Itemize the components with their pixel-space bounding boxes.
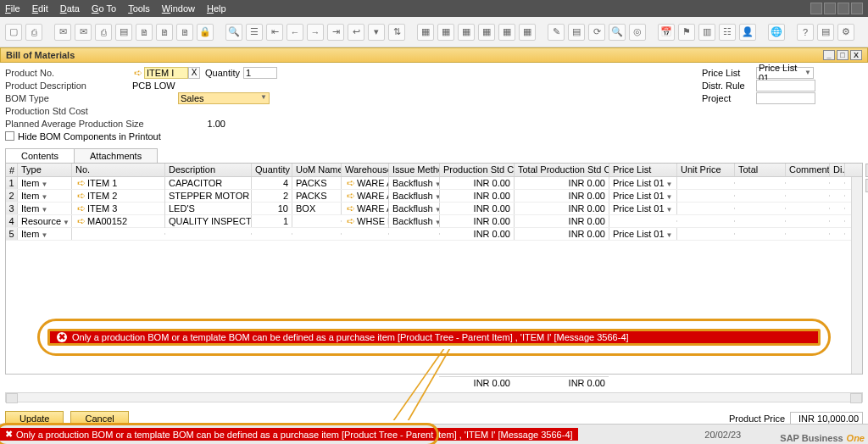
mail-icon[interactable]: ✉ xyxy=(54,24,71,41)
menu-help[interactable]: Help xyxy=(207,3,226,14)
cell-type[interactable]: Item▼ xyxy=(18,203,72,214)
table-row[interactable]: 3Item▼➪ITEM 3LED'S10BOX➪WARE ABackflush▼… xyxy=(6,203,862,215)
app-minimize-icon[interactable] xyxy=(824,3,836,14)
cell-prod-std-cost[interactable]: INR 0.00 xyxy=(440,177,515,189)
cell-price-list[interactable]: Price List 01▼ xyxy=(609,190,677,202)
tab-attachments[interactable]: Attachments xyxy=(74,148,158,164)
calendar-icon[interactable]: 📅 xyxy=(658,24,675,41)
layout-c-icon[interactable]: ▦ xyxy=(458,24,475,41)
cell-total-prod-std-cost[interactable]: INR 0.00 xyxy=(515,228,609,240)
cell-uom[interactable]: PACKS xyxy=(292,190,342,202)
link-arrow-icon[interactable]: ➪ xyxy=(132,67,144,79)
user-icon[interactable]: 👤 xyxy=(739,24,756,41)
nav-last-icon[interactable]: ⇥ xyxy=(327,24,344,41)
vertical-scrollbar[interactable] xyxy=(851,177,862,374)
col-di[interactable]: Di... xyxy=(830,164,845,176)
cell-di[interactable] xyxy=(830,195,845,197)
price-list-select[interactable]: Price List 01 ▼ xyxy=(756,67,814,79)
cell-comments[interactable] xyxy=(786,208,830,209)
cell-total[interactable] xyxy=(735,182,786,184)
menu-data[interactable]: Data xyxy=(60,3,80,14)
cell-total-prod-std-cost[interactable]: INR 0.00 xyxy=(515,215,609,227)
col-no[interactable]: No. xyxy=(72,164,165,176)
cell-description[interactable]: QUALITY INSPECTOR xyxy=(165,215,252,227)
cell-comments[interactable] xyxy=(786,220,830,222)
target-icon[interactable]: ◎ xyxy=(629,24,646,41)
menu-tools[interactable]: Tools xyxy=(128,3,150,14)
cell-warehouse[interactable]: ➪WHSE D xyxy=(342,214,389,228)
cell-price-list[interactable] xyxy=(609,220,677,222)
cell-total-prod-std-cost[interactable]: INR 0.00 xyxy=(515,190,609,202)
cell-uom[interactable]: PACKS xyxy=(292,177,342,189)
col-unit-price[interactable]: Unit Price xyxy=(677,164,735,176)
cell-quantity[interactable]: 1 xyxy=(252,215,292,227)
cell-warehouse[interactable]: ➪WARE A xyxy=(342,189,389,203)
cell-comments[interactable] xyxy=(786,195,830,197)
col-total-prod-std-cost[interactable]: Total Production Std Cost xyxy=(515,164,609,176)
quantity-input[interactable]: 1 xyxy=(243,67,277,79)
list-icon[interactable]: ☰ xyxy=(246,24,263,41)
cell-price-list[interactable]: Price List 01▼ xyxy=(609,228,677,240)
cell-description[interactable]: LED'S xyxy=(165,203,252,214)
cell-total[interactable] xyxy=(735,233,786,235)
print-preview-icon[interactable]: ▤ xyxy=(115,24,132,41)
horizontal-scrollbar[interactable] xyxy=(5,392,863,402)
layout-f-icon[interactable]: ▦ xyxy=(519,24,536,41)
form-settings-icon[interactable]: ▤ xyxy=(568,24,585,41)
cell-no[interactable]: ➪MA00152 xyxy=(72,214,165,228)
project-input[interactable] xyxy=(756,92,815,104)
hide-bom-checkbox[interactable] xyxy=(5,131,14,141)
export-icon[interactable]: 🗎 xyxy=(156,24,173,41)
cell-description[interactable]: CAPACITOR xyxy=(165,177,252,189)
cell-issue-method[interactable]: Backflush▼ xyxy=(389,177,440,189)
cell-total[interactable] xyxy=(735,208,786,209)
page-icon[interactable]: 🗎 xyxy=(136,24,153,41)
cell-total-prod-std-cost[interactable]: INR 0.00 xyxy=(515,203,609,214)
cell-unit-price[interactable] xyxy=(677,233,735,235)
cell-warehouse[interactable]: ➪WARE A xyxy=(342,176,389,190)
cell-no[interactable]: ➪ITEM 2 xyxy=(72,189,165,203)
printer-icon[interactable]: ⎙ xyxy=(95,24,112,41)
wizard-icon[interactable]: ▤ xyxy=(817,24,834,41)
cell-total[interactable] xyxy=(735,195,786,197)
doc-new-icon[interactable]: ▢ xyxy=(5,24,22,41)
cell-type[interactable]: Resource▼ xyxy=(18,215,72,227)
col-total[interactable]: Total xyxy=(735,164,786,176)
cell-quantity[interactable]: 4 xyxy=(252,177,292,189)
menu-goto[interactable]: Go To xyxy=(92,3,116,14)
distr-rule-input[interactable] xyxy=(756,80,815,92)
cell-total-prod-std-cost[interactable]: INR 0.00 xyxy=(515,177,609,189)
cell-issue-method[interactable]: Backflush▼ xyxy=(389,215,440,227)
cell-issue-method[interactable] xyxy=(389,233,440,235)
cell-no[interactable]: ➪ITEM 3 xyxy=(72,202,165,215)
cell-type[interactable]: Item▼ xyxy=(18,177,72,189)
chart-icon[interactable]: ▥ xyxy=(698,24,715,41)
reply-icon[interactable]: ↩ xyxy=(348,24,364,41)
cell-uom[interactable]: BOX xyxy=(292,203,342,214)
cell-unit-price[interactable] xyxy=(677,195,735,197)
window-maximize-icon[interactable]: □ xyxy=(837,50,849,60)
table-row[interactable]: 4Resource▼➪MA00152QUALITY INSPECTOR1➪WHS… xyxy=(6,215,862,228)
menu-edit[interactable]: Edit xyxy=(32,3,48,14)
col-type[interactable]: Type xyxy=(18,164,72,176)
table-row[interactable]: 2Item▼➪ITEM 2STEPPER MOTOR2PACKS➪WARE AB… xyxy=(6,190,862,203)
col-warehouse[interactable]: Warehouse xyxy=(342,164,389,176)
col-description[interactable]: Description xyxy=(165,164,252,176)
tab-contents[interactable]: Contents xyxy=(5,148,75,164)
col-uom[interactable]: UoM Name xyxy=(292,164,342,176)
cell-quantity[interactable] xyxy=(252,233,292,235)
cell-prod-std-cost[interactable]: INR 0.00 xyxy=(440,228,515,240)
cell-quantity[interactable]: 2 xyxy=(252,190,292,202)
filter-icon[interactable]: ▾ xyxy=(368,24,385,41)
alert-icon[interactable]: ⚑ xyxy=(678,24,695,41)
cell-di[interactable] xyxy=(830,208,845,209)
globe-icon[interactable]: 🌐 xyxy=(768,24,785,41)
col-comments[interactable]: Comments xyxy=(786,164,830,176)
col-quantity[interactable]: Quantity xyxy=(252,164,292,176)
print-icon[interactable]: ⎙ xyxy=(25,24,42,41)
layout-a-icon[interactable]: ▦ xyxy=(417,24,434,41)
cell-price-list[interactable]: Price List 01▼ xyxy=(609,177,677,189)
col-issue-method[interactable]: Issue Method xyxy=(389,164,440,176)
col-prod-std-cost[interactable]: Production Std Cost xyxy=(440,164,515,176)
excel-icon[interactable]: 🗎 xyxy=(176,24,193,41)
